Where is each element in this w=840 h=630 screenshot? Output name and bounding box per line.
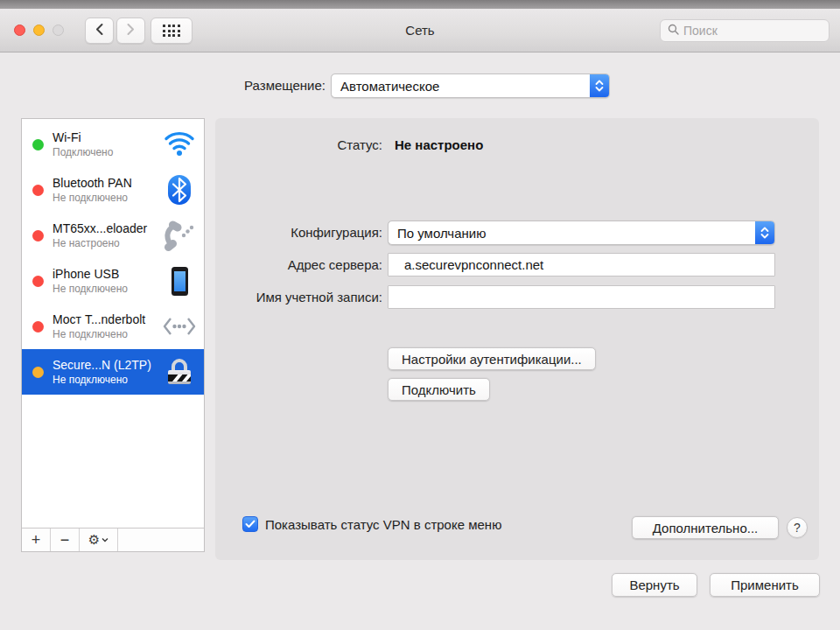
service-name: MT65xx...eloader — [52, 221, 162, 235]
configuration-select[interactable]: По умолчанию — [388, 220, 775, 245]
phone-modem-icon — [162, 220, 197, 251]
bridge-icon — [162, 316, 197, 337]
network-preferences-window: Сеть Размещение: Автоматическое Wi-Fi По… — [0, 9, 840, 630]
sidebar-item-iphone-usb[interactable]: iPhone USB Не подключено — [22, 258, 204, 304]
desktop-edge — [0, 0, 840, 9]
vpn-menubar-checkbox[interactable] — [242, 516, 258, 532]
status-dot — [32, 367, 44, 378]
status-dot — [32, 139, 44, 150]
services-sidebar: Wi-Fi Подключено Bluetooth PAN Не по — [21, 118, 205, 552]
location-value: Автоматическое — [332, 79, 590, 94]
vpn-lock-icon — [162, 356, 197, 388]
iphone-icon — [162, 267, 197, 296]
add-service-button[interactable]: + — [22, 528, 51, 551]
gear-icon: ⚙ — [88, 532, 100, 548]
revert-button[interactable]: Вернуть — [612, 573, 697, 597]
configuration-value: По умолчанию — [388, 226, 755, 241]
service-name: Bluetooth PAN — [52, 176, 162, 190]
status-label: Статус: — [215, 133, 382, 158]
service-status: Не подключено — [52, 328, 162, 340]
server-address-input[interactable] — [388, 253, 775, 276]
apply-button[interactable]: Применить — [710, 573, 820, 597]
chevron-down-icon — [102, 537, 108, 542]
service-status: Не подключено — [52, 192, 162, 204]
service-name: iPhone USB — [52, 267, 162, 281]
search-icon — [668, 23, 679, 38]
status-value: Не настроено — [395, 133, 483, 158]
popup-stepper-icon — [590, 74, 609, 97]
service-status: Не подключено — [52, 374, 162, 386]
service-name: Wi-Fi — [52, 130, 162, 144]
checkmark-icon — [245, 520, 256, 528]
sidebar-item-mt65xx-modem[interactable]: MT65xx...eloader Не настроено — [22, 213, 204, 258]
service-name: Мост T...nderbolt — [52, 312, 162, 326]
configuration-label: Конфигурация: — [215, 220, 382, 245]
vpn-menubar-checkbox-label: Показывать статус VPN в строке меню — [265, 517, 501, 532]
help-button[interactable]: ? — [787, 517, 808, 538]
sidebar-item-bluetooth-pan[interactable]: Bluetooth PAN Не подключено — [22, 167, 204, 213]
sidebar-footer-spacer — [118, 528, 204, 551]
status-dot — [32, 321, 44, 332]
bluetooth-icon — [162, 174, 197, 206]
service-status: Не подключено — [52, 283, 162, 295]
sidebar-item-wifi[interactable]: Wi-Fi Подключено — [22, 122, 204, 167]
advanced-button[interactable]: Дополнительно... — [632, 516, 779, 539]
wifi-icon — [162, 131, 197, 158]
connect-button[interactable]: Подключить — [388, 378, 490, 401]
remove-service-button[interactable]: − — [51, 528, 80, 551]
service-status: Подключено — [52, 146, 162, 158]
service-name: Secure...N (L2TP) — [52, 358, 162, 372]
status-dot — [32, 230, 44, 242]
services-list: Wi-Fi Подключено Bluetooth PAN Не по — [22, 119, 204, 528]
popup-stepper-icon — [755, 221, 774, 244]
status-dot — [32, 276, 44, 287]
service-status: Не настроено — [52, 237, 162, 249]
account-name-label: Имя учетной записи: — [215, 285, 382, 310]
status-dot — [32, 185, 44, 196]
sidebar-item-thunderbolt-bridge[interactable]: Мост T...nderbolt Не подключено — [22, 304, 204, 349]
search-input[interactable] — [683, 24, 815, 38]
account-name-input[interactable] — [388, 285, 775, 309]
sidebar-item-vpn[interactable]: Secure...N (L2TP) Не подключено — [22, 349, 204, 395]
action-menu-button[interactable]: ⚙ — [80, 528, 118, 551]
location-label: Размещение: — [0, 74, 326, 98]
search-field[interactable] — [660, 19, 830, 42]
settings-panel: Статус: Не настроено Конфигурация: По ум… — [215, 118, 819, 560]
server-address-label: Адрес сервера: — [215, 253, 382, 277]
auth-settings-button[interactable]: Настройки аутентификации... — [388, 347, 596, 370]
location-select[interactable]: Автоматическое — [331, 74, 610, 98]
sidebar-footer: + − ⚙ — [22, 528, 204, 551]
titlebar: Сеть — [0, 9, 840, 52]
